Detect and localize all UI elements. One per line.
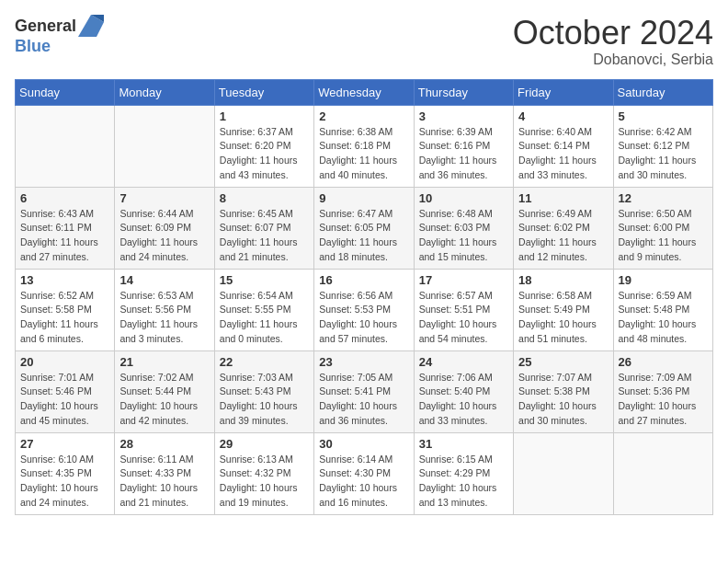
calendar-cell: 5Sunrise: 6:42 AMSunset: 6:12 PMDaylight… (613, 105, 712, 187)
day-detail: Sunrise: 6:58 AMSunset: 5:49 PMDaylight:… (518, 289, 608, 347)
day-detail: Sunrise: 6:13 AMSunset: 4:32 PMDaylight:… (220, 453, 309, 511)
calendar-cell: 20Sunrise: 7:01 AMSunset: 5:46 PMDayligh… (16, 350, 115, 432)
calendar-cell: 24Sunrise: 7:06 AMSunset: 5:40 PMDayligh… (414, 350, 513, 432)
day-detail: Sunrise: 6:54 AMSunset: 5:55 PMDaylight:… (220, 289, 309, 347)
month-title: October 2024 (513, 15, 713, 52)
day-number: 4 (518, 109, 608, 123)
day-detail: Sunrise: 6:44 AMSunset: 6:09 PMDaylight:… (119, 207, 209, 265)
calendar-cell (613, 432, 712, 514)
day-number: 6 (20, 191, 109, 205)
day-number: 19 (619, 273, 708, 287)
calendar-week-row: 6Sunrise: 6:43 AMSunset: 6:11 PMDaylight… (16, 187, 713, 269)
day-detail: Sunrise: 6:57 AMSunset: 5:51 PMDaylight:… (419, 289, 508, 347)
day-number: 20 (20, 355, 109, 369)
calendar-cell: 7Sunrise: 6:44 AMSunset: 6:09 PMDaylight… (115, 187, 214, 269)
calendar-cell: 3Sunrise: 6:39 AMSunset: 6:16 PMDaylight… (414, 105, 513, 187)
day-detail: Sunrise: 6:15 AMSunset: 4:29 PMDaylight:… (419, 453, 508, 511)
day-of-week-header: Saturday (613, 79, 712, 105)
calendar-cell: 17Sunrise: 6:57 AMSunset: 5:51 PMDayligh… (414, 269, 513, 350)
day-number: 21 (119, 355, 209, 369)
day-number: 27 (20, 437, 109, 451)
calendar-cell: 14Sunrise: 6:53 AMSunset: 5:56 PMDayligh… (115, 269, 214, 350)
day-of-week-header: Thursday (414, 79, 513, 105)
day-detail: Sunrise: 6:50 AMSunset: 6:00 PMDaylight:… (619, 207, 708, 265)
day-detail: Sunrise: 6:59 AMSunset: 5:48 PMDaylight:… (619, 289, 708, 347)
day-of-week-header: Monday (115, 79, 214, 105)
day-number: 22 (220, 355, 309, 369)
day-of-week-header: Friday (514, 79, 613, 105)
calendar-cell: 8Sunrise: 6:45 AMSunset: 6:07 PMDaylight… (214, 187, 313, 269)
day-detail: Sunrise: 6:53 AMSunset: 5:56 PMDaylight:… (119, 289, 209, 347)
calendar-cell: 21Sunrise: 7:02 AMSunset: 5:44 PMDayligh… (115, 350, 214, 432)
day-of-week-header: Wednesday (314, 79, 414, 105)
calendar-cell: 25Sunrise: 7:07 AMSunset: 5:38 PMDayligh… (514, 350, 613, 432)
day-number: 8 (220, 191, 309, 205)
day-detail: Sunrise: 6:48 AMSunset: 6:03 PMDaylight:… (419, 207, 508, 265)
calendar-cell: 16Sunrise: 6:56 AMSunset: 5:53 PMDayligh… (314, 269, 414, 350)
day-detail: Sunrise: 7:02 AMSunset: 5:44 PMDaylight:… (119, 371, 209, 429)
day-number: 15 (220, 273, 309, 287)
day-number: 18 (518, 273, 608, 287)
calendar-header-row: SundayMondayTuesdayWednesdayThursdayFrid… (16, 79, 713, 105)
day-number: 25 (518, 355, 608, 369)
calendar-cell: 19Sunrise: 6:59 AMSunset: 5:48 PMDayligh… (613, 269, 712, 350)
calendar-cell: 9Sunrise: 6:47 AMSunset: 6:05 PMDaylight… (314, 187, 414, 269)
logo: General Blue (15, 15, 104, 56)
calendar-cell: 23Sunrise: 7:05 AMSunset: 5:41 PMDayligh… (314, 350, 414, 432)
day-detail: Sunrise: 6:43 AMSunset: 6:11 PMDaylight:… (20, 207, 109, 265)
day-detail: Sunrise: 6:52 AMSunset: 5:58 PMDaylight:… (20, 289, 109, 347)
day-number: 23 (319, 355, 408, 369)
location: Dobanovci, Serbia (513, 52, 713, 68)
day-number: 10 (419, 191, 508, 205)
day-detail: Sunrise: 7:03 AMSunset: 5:43 PMDaylight:… (220, 371, 309, 429)
day-detail: Sunrise: 6:10 AMSunset: 4:35 PMDaylight:… (20, 453, 109, 511)
day-detail: Sunrise: 7:01 AMSunset: 5:46 PMDaylight:… (20, 371, 109, 429)
calendar-cell: 31Sunrise: 6:15 AMSunset: 4:29 PMDayligh… (414, 432, 513, 514)
calendar-cell: 28Sunrise: 6:11 AMSunset: 4:33 PMDayligh… (115, 432, 214, 514)
day-number: 14 (119, 273, 209, 287)
day-detail: Sunrise: 6:56 AMSunset: 5:53 PMDaylight:… (319, 289, 408, 347)
calendar-cell: 27Sunrise: 6:10 AMSunset: 4:35 PMDayligh… (16, 432, 115, 514)
calendar-table: SundayMondayTuesdayWednesdayThursdayFrid… (15, 79, 713, 515)
calendar-week-row: 1Sunrise: 6:37 AMSunset: 6:20 PMDaylight… (16, 105, 713, 187)
day-number: 2 (319, 109, 408, 123)
calendar-cell: 10Sunrise: 6:48 AMSunset: 6:03 PMDayligh… (414, 187, 513, 269)
day-detail: Sunrise: 6:11 AMSunset: 4:33 PMDaylight:… (119, 453, 209, 511)
day-number: 16 (319, 273, 408, 287)
day-detail: Sunrise: 6:42 AMSunset: 6:12 PMDaylight:… (619, 125, 708, 183)
calendar-cell (16, 105, 115, 187)
page-header: General Blue October 2024 Dobanovci, Ser… (15, 15, 713, 68)
calendar-cell: 6Sunrise: 6:43 AMSunset: 6:11 PMDaylight… (16, 187, 115, 269)
day-detail: Sunrise: 6:45 AMSunset: 6:07 PMDaylight:… (220, 207, 309, 265)
day-detail: Sunrise: 6:40 AMSunset: 6:14 PMDaylight:… (518, 125, 608, 183)
day-number: 5 (619, 109, 708, 123)
day-detail: Sunrise: 6:39 AMSunset: 6:16 PMDaylight:… (419, 125, 508, 183)
day-detail: Sunrise: 7:07 AMSunset: 5:38 PMDaylight:… (518, 371, 608, 429)
calendar-cell: 2Sunrise: 6:38 AMSunset: 6:18 PMDaylight… (314, 105, 414, 187)
calendar-cell: 11Sunrise: 6:49 AMSunset: 6:02 PMDayligh… (514, 187, 613, 269)
calendar-cell: 15Sunrise: 6:54 AMSunset: 5:55 PMDayligh… (214, 269, 313, 350)
day-detail: Sunrise: 6:49 AMSunset: 6:02 PMDaylight:… (518, 207, 608, 265)
logo-icon (78, 15, 104, 37)
day-detail: Sunrise: 6:37 AMSunset: 6:20 PMDaylight:… (220, 125, 309, 183)
calendar-cell: 13Sunrise: 6:52 AMSunset: 5:58 PMDayligh… (16, 269, 115, 350)
calendar-cell: 18Sunrise: 6:58 AMSunset: 5:49 PMDayligh… (514, 269, 613, 350)
calendar-cell: 26Sunrise: 7:09 AMSunset: 5:36 PMDayligh… (613, 350, 712, 432)
logo-general: General (15, 17, 76, 36)
day-detail: Sunrise: 6:14 AMSunset: 4:30 PMDaylight:… (319, 453, 408, 511)
calendar-cell: 12Sunrise: 6:50 AMSunset: 6:00 PMDayligh… (613, 187, 712, 269)
day-detail: Sunrise: 7:09 AMSunset: 5:36 PMDaylight:… (619, 371, 708, 429)
day-of-week-header: Sunday (16, 79, 115, 105)
day-number: 7 (119, 191, 209, 205)
calendar-cell: 29Sunrise: 6:13 AMSunset: 4:32 PMDayligh… (214, 432, 313, 514)
day-number: 30 (319, 437, 408, 451)
calendar-week-row: 13Sunrise: 6:52 AMSunset: 5:58 PMDayligh… (16, 269, 713, 350)
day-number: 9 (319, 191, 408, 205)
calendar-week-row: 27Sunrise: 6:10 AMSunset: 4:35 PMDayligh… (16, 432, 713, 514)
logo-blue: Blue (15, 37, 51, 56)
day-detail: Sunrise: 6:47 AMSunset: 6:05 PMDaylight:… (319, 207, 408, 265)
day-number: 12 (619, 191, 708, 205)
day-detail: Sunrise: 7:05 AMSunset: 5:41 PMDaylight:… (319, 371, 408, 429)
day-of-week-header: Tuesday (214, 79, 313, 105)
day-number: 11 (518, 191, 608, 205)
